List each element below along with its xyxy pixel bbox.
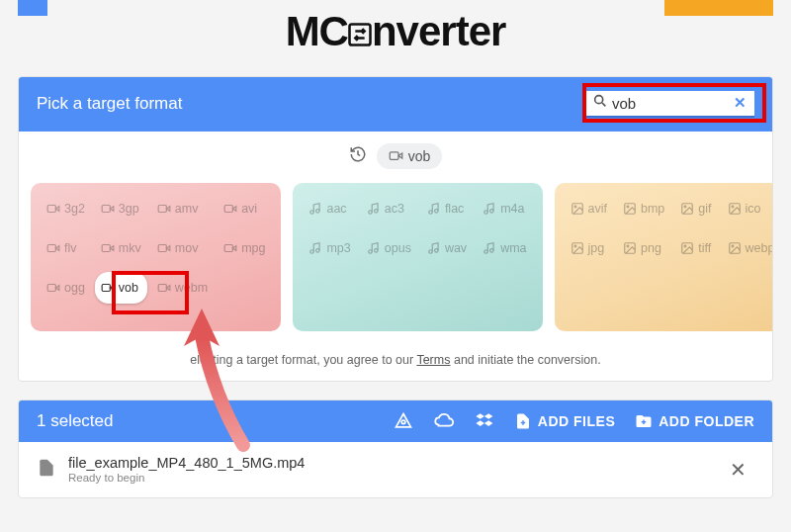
add-folder-label: ADD FOLDER <box>659 413 754 429</box>
cloud-source-2-button[interactable] <box>433 410 455 432</box>
terms-link[interactable]: Terms <box>416 353 450 367</box>
svg-point-36 <box>316 248 320 252</box>
format-webp[interactable]: webp <box>722 232 773 264</box>
svg-rect-7 <box>102 205 110 212</box>
svg-point-31 <box>429 211 433 215</box>
top-accent-blue <box>18 0 47 16</box>
svg-rect-23 <box>102 284 110 291</box>
dropbox-button[interactable] <box>475 411 494 431</box>
video-icon <box>389 148 403 163</box>
add-folder-button[interactable]: ADD FOLDER <box>635 412 754 430</box>
format-picker-header: Pick a target format ✕ <box>19 77 772 132</box>
svg-point-50 <box>732 206 734 208</box>
svg-point-42 <box>490 248 494 252</box>
format-png[interactable]: png <box>617 232 670 264</box>
svg-rect-21 <box>47 284 55 291</box>
cloud-source-1-button[interactable] <box>394 411 413 431</box>
svg-rect-3 <box>390 152 398 160</box>
svg-point-46 <box>627 206 629 208</box>
format-search[interactable]: ✕ <box>586 91 754 118</box>
format-mov[interactable]: mov <box>151 232 214 264</box>
add-files-button[interactable]: ADD FILES <box>514 412 615 430</box>
svg-point-35 <box>310 250 314 254</box>
add-files-label: ADD FILES <box>538 413 615 429</box>
svg-point-27 <box>310 211 314 215</box>
audio-formats-group: aacac3flacm4amp3opuswavwma <box>293 183 542 331</box>
svg-point-59 <box>401 420 405 424</box>
svg-point-56 <box>684 245 686 247</box>
svg-rect-11 <box>224 205 232 212</box>
format-avif[interactable]: avif <box>565 193 613 224</box>
file-plus-icon <box>514 412 532 430</box>
svg-point-58 <box>732 245 734 247</box>
format-groups: 3g23gpamvaviflvmkvmovmpgoggvobwebm aacac… <box>19 177 772 345</box>
format-ico[interactable]: ico <box>722 193 773 224</box>
logo-text-1: MC <box>286 8 348 54</box>
format-avi[interactable]: avi <box>218 193 271 224</box>
format-3g2[interactable]: 3g2 <box>41 193 91 224</box>
svg-point-54 <box>627 245 629 247</box>
format-flac[interactable]: flac <box>421 193 473 224</box>
file-row: file_example_MP4_480_1_5MG.mp4 Ready to … <box>19 442 772 497</box>
video-formats-group: 3g23gpamvaviflvmkvmovmpgoggvobwebm <box>31 183 281 331</box>
svg-point-1 <box>595 96 603 104</box>
svg-point-48 <box>684 206 686 208</box>
format-jpg[interactable]: jpg <box>565 232 613 264</box>
format-opus[interactable]: opus <box>361 232 417 264</box>
file-status: Ready to begin <box>68 472 305 484</box>
format-m4a[interactable]: m4a <box>477 193 532 224</box>
recent-formats-row: vob <box>19 132 772 177</box>
svg-point-32 <box>434 209 438 213</box>
history-icon <box>349 145 367 167</box>
file-name: file_example_MP4_480_1_5MG.mp4 <box>68 455 305 471</box>
svg-rect-17 <box>158 244 166 251</box>
svg-rect-13 <box>47 244 55 251</box>
format-search-input[interactable] <box>608 93 732 114</box>
svg-point-34 <box>490 209 494 213</box>
agree-suffix: and initiate the conversion. <box>450 353 600 367</box>
svg-rect-0 <box>349 24 370 44</box>
svg-point-28 <box>316 209 320 213</box>
format-flv[interactable]: flv <box>41 232 91 264</box>
format-vob[interactable]: vob <box>95 272 147 304</box>
svg-point-37 <box>369 250 373 254</box>
format-webm[interactable]: webm <box>151 272 214 304</box>
cloud-icon <box>433 410 455 432</box>
svg-point-41 <box>484 250 488 254</box>
file-icon <box>37 458 56 482</box>
svg-rect-19 <box>224 244 232 251</box>
svg-point-29 <box>369 211 373 215</box>
format-picker-title: Pick a target format <box>37 94 182 114</box>
format-3gp[interactable]: 3gp <box>95 193 147 224</box>
format-amv[interactable]: amv <box>151 193 214 224</box>
format-ac3[interactable]: ac3 <box>361 193 417 224</box>
format-wav[interactable]: wav <box>421 232 473 264</box>
recent-format-chip[interactable]: vob <box>377 143 443 169</box>
svg-rect-9 <box>158 205 166 212</box>
svg-rect-5 <box>47 205 55 212</box>
clear-search-icon[interactable]: ✕ <box>732 94 748 112</box>
format-picker-card: Pick a target format ✕ vob 3g23gpamvavif… <box>18 76 773 382</box>
format-mkv[interactable]: mkv <box>95 232 147 264</box>
recent-format-label: vob <box>408 148 431 164</box>
format-tiff[interactable]: tiff <box>674 232 717 264</box>
format-ogg[interactable]: ogg <box>41 272 91 304</box>
queue-card: 1 selected ADD FILES ADD FOLDER <box>18 399 773 498</box>
queue-header: 1 selected ADD FILES ADD FOLDER <box>19 400 772 442</box>
top-accent-orange <box>664 0 773 16</box>
svg-point-40 <box>434 248 438 252</box>
remove-file-button[interactable]: ✕ <box>722 454 754 486</box>
format-bmp[interactable]: bmp <box>617 193 670 224</box>
format-wma[interactable]: wma <box>477 232 532 264</box>
svg-rect-25 <box>158 284 166 291</box>
format-aac[interactable]: aac <box>303 193 356 224</box>
queue-actions: ADD FILES ADD FOLDER <box>394 410 754 432</box>
search-icon <box>592 93 608 113</box>
format-mpg[interactable]: mpg <box>218 232 271 264</box>
svg-point-52 <box>574 245 576 247</box>
format-mp3[interactable]: mp3 <box>303 232 356 264</box>
folder-plus-icon <box>635 412 653 430</box>
format-gif[interactable]: gif <box>674 193 717 224</box>
selected-count: 1 selected <box>37 411 114 431</box>
swap-icon <box>346 11 374 58</box>
